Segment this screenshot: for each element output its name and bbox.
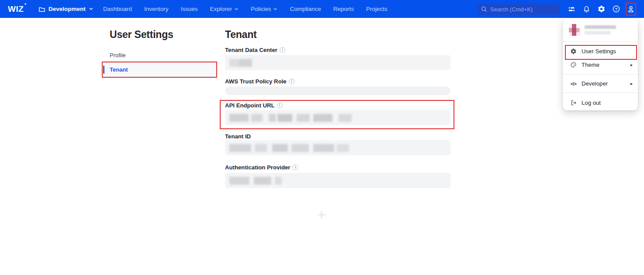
nav-item-issues[interactable]: Issues bbox=[181, 6, 198, 12]
search-icon bbox=[481, 6, 487, 12]
menu-item-label: Log out bbox=[582, 100, 601, 106]
sidebar-item-label: Tenant bbox=[110, 66, 128, 73]
gear-icon bbox=[597, 5, 606, 13]
field-tenant-data-center[interactable] bbox=[225, 55, 450, 70]
nav-item-projects[interactable]: Projects bbox=[366, 6, 388, 12]
info-icon[interactable]: i bbox=[277, 103, 283, 108]
user-settings-title: User Settings bbox=[110, 29, 173, 41]
sidebar-item-label: Profile bbox=[110, 52, 126, 58]
wiz-logo[interactable]: WIZ ✦ bbox=[8, 0, 24, 18]
chevron-down-icon bbox=[273, 7, 277, 11]
info-icon[interactable]: i bbox=[292, 165, 298, 170]
project-selector-label: Development bbox=[48, 6, 86, 12]
help-icon: ? bbox=[612, 5, 620, 13]
user-menu-button[interactable] bbox=[626, 4, 636, 14]
menu-item-label: User Settings bbox=[582, 48, 616, 55]
nav-item-reports[interactable]: Reports bbox=[333, 6, 354, 12]
user-info-row bbox=[563, 18, 638, 41]
field-aws-trust-policy-role[interactable] bbox=[225, 86, 450, 95]
palette-icon bbox=[570, 62, 577, 68]
field-authentication-provider[interactable] bbox=[225, 173, 450, 188]
submenu-arrow-icon: ▸ bbox=[630, 81, 633, 86]
notifications-button[interactable] bbox=[582, 4, 591, 14]
nav-item-inventory[interactable]: Inventory bbox=[144, 6, 169, 12]
menu-item-label: Theme bbox=[582, 62, 626, 68]
user-icon bbox=[627, 5, 635, 14]
bell-icon bbox=[582, 5, 591, 13]
field-label-aws-trust-policy-role: AWS Trust Policy Role i bbox=[225, 78, 294, 85]
topbar-icons: ? bbox=[567, 0, 636, 18]
code-icon: </> bbox=[570, 81, 577, 86]
redacted-value bbox=[229, 177, 282, 185]
svg-text:?: ? bbox=[615, 7, 617, 11]
logo-sparkle-icon: ✦ bbox=[24, 3, 27, 6]
folder-icon bbox=[38, 6, 45, 13]
main-nav: Dashboard Inventory Issues Explorer Poli… bbox=[103, 0, 388, 18]
menu-item-user-settings[interactable]: User Settings bbox=[563, 45, 638, 58]
field-label-api-endpoint-url: API Endpoint URL i bbox=[225, 102, 283, 109]
gear-icon bbox=[570, 48, 577, 55]
menu-item-logout[interactable]: Log out bbox=[563, 96, 638, 110]
settings-button[interactable] bbox=[596, 4, 606, 14]
wiz-logo-text: WIZ bbox=[8, 4, 24, 14]
menu-item-developer[interactable]: </> Developer ▸ bbox=[563, 77, 638, 90]
selected-indicator bbox=[103, 65, 104, 74]
field-tenant-id[interactable] bbox=[225, 140, 450, 155]
top-navigation-bar: WIZ ✦ Development Dashboard Inventory Is… bbox=[0, 0, 644, 18]
logout-icon bbox=[570, 100, 577, 106]
redacted-value bbox=[229, 59, 252, 67]
tenant-panel-title: Tenant bbox=[225, 29, 256, 41]
nav-item-policies[interactable]: Policies bbox=[251, 6, 278, 12]
menu-item-theme[interactable]: Theme ▸ bbox=[563, 58, 638, 72]
sidebar-item-profile[interactable]: Profile bbox=[103, 48, 216, 62]
feed-icon bbox=[567, 5, 576, 14]
avatar bbox=[569, 24, 581, 36]
info-icon[interactable]: i bbox=[289, 79, 294, 84]
chevron-down-icon bbox=[89, 7, 93, 11]
help-button[interactable]: ? bbox=[611, 4, 621, 14]
feed-button[interactable] bbox=[567, 4, 576, 14]
chevron-down-icon bbox=[234, 7, 239, 11]
global-search[interactable] bbox=[477, 3, 560, 15]
field-api-endpoint-url[interactable] bbox=[225, 110, 450, 125]
sidebar-item-tenant[interactable]: Tenant bbox=[103, 62, 216, 77]
redacted-value bbox=[229, 144, 349, 152]
nav-item-compliance[interactable]: Compliance bbox=[290, 6, 321, 12]
nav-item-dashboard[interactable]: Dashboard bbox=[103, 6, 132, 12]
submenu-arrow-icon: ▸ bbox=[630, 62, 633, 67]
nav-item-explorer[interactable]: Explorer bbox=[210, 6, 239, 12]
project-selector[interactable]: Development bbox=[38, 0, 93, 18]
field-label-authentication-provider: Authentication Provider i bbox=[225, 164, 298, 171]
sparkle-watermark-icon bbox=[316, 210, 327, 220]
info-icon[interactable]: i bbox=[280, 47, 285, 53]
search-input[interactable] bbox=[490, 6, 556, 13]
menu-item-label: Developer bbox=[582, 80, 626, 87]
field-label-tenant-data-center: Tenant Data Center i bbox=[225, 47, 285, 53]
redacted-value bbox=[229, 114, 352, 122]
field-label-tenant-id: Tenant ID bbox=[225, 133, 251, 140]
redacted-user-name bbox=[585, 25, 616, 34]
user-dropdown-menu: User Settings Theme ▸ </> Developer ▸ Lo… bbox=[563, 18, 638, 110]
